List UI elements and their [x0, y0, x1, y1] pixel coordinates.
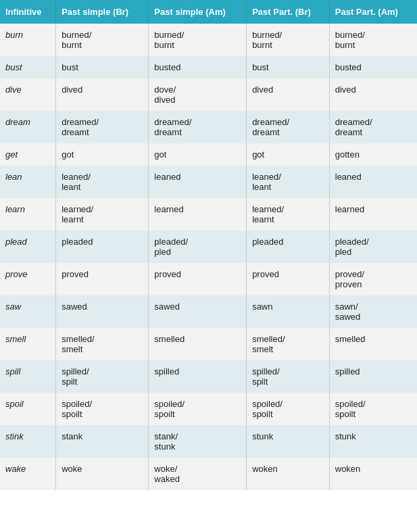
- table-cell-14-3: woken: [247, 458, 330, 490]
- table-row: spoilspoiled/ spoiltspoiled/ spoiltspoil…: [0, 393, 417, 425]
- table-cell-3-0: dream: [0, 111, 56, 143]
- table-cell-9-4: sawn/ sawed: [329, 295, 417, 328]
- table-row: bustbustbustedbustbusted: [0, 56, 417, 78]
- table-cell-4-3: got: [247, 143, 330, 166]
- table-cell-10-4: smelled: [329, 328, 417, 360]
- table-cell-6-3: learned/ learnt: [247, 198, 330, 231]
- table-cell-12-0: spoil: [0, 393, 56, 425]
- table-cell-9-2: sawed: [149, 295, 247, 328]
- table-cell-6-4: learned: [329, 198, 417, 231]
- table-row: spillspilled/ spiltspilledspilled/ spilt…: [0, 360, 417, 393]
- table-cell-13-2: stank/ stunk: [149, 425, 247, 458]
- table-cell-4-4: gotten: [329, 143, 417, 166]
- table-cell-14-4: woken: [329, 458, 417, 490]
- table-cell-1-3: bust: [247, 56, 330, 78]
- table-row: sawsawedsawedsawnsawn/ sawed: [0, 295, 417, 328]
- table-cell-11-0: spill: [0, 360, 56, 393]
- irregular-verbs-table: InfinitivePast simple (Br)Past simple (A…: [0, 0, 417, 490]
- table-cell-2-3: dived: [247, 78, 330, 111]
- table-cell-12-2: spoiled/ spoilt: [149, 393, 247, 425]
- table-cell-5-4: leaned: [329, 166, 417, 198]
- table-cell-11-4: spilled: [329, 360, 417, 393]
- table-cell-14-2: woke/ waked: [149, 458, 247, 490]
- table-cell-12-1: spoiled/ spoilt: [56, 393, 149, 425]
- table-cell-5-0: lean: [0, 166, 56, 198]
- table-cell-9-1: sawed: [56, 295, 149, 328]
- table-cell-9-3: sawn: [247, 295, 330, 328]
- table-row: leanleaned/ leantleanedleaned/ leantlean…: [0, 166, 417, 198]
- column-header-0: Infinitive: [0, 0, 56, 24]
- table-cell-1-4: busted: [329, 56, 417, 78]
- table-cell-14-1: woke: [56, 458, 149, 490]
- table-cell-11-2: spilled: [149, 360, 247, 393]
- table-cell-10-3: smelled/ smelt: [247, 328, 330, 360]
- column-header-1: Past simple (Br): [56, 0, 149, 24]
- table-cell-4-1: got: [56, 143, 149, 166]
- table-cell-12-4: spoiled/ spoilt: [329, 393, 417, 425]
- column-header-2: Past simple (Am): [149, 0, 247, 24]
- table-cell-2-2: dove/ dived: [149, 78, 247, 111]
- table-row: pleadpleadedpleaded/ pledpleadedpleaded/…: [0, 231, 417, 263]
- column-header-3: Past Part. (Br): [247, 0, 330, 24]
- table-cell-7-1: pleaded: [56, 231, 149, 263]
- table-cell-1-0: bust: [0, 56, 56, 78]
- table-cell-0-4: burned/ burnt: [329, 24, 417, 56]
- table-cell-8-3: proved: [247, 263, 330, 295]
- table-row: learnlearned/ learntlearnedlearned/ lear…: [0, 198, 417, 231]
- table-cell-12-3: spoiled/ spoilt: [247, 393, 330, 425]
- table-row: burnburned/ burntburned/ burntburned/ bu…: [0, 24, 417, 56]
- table-cell-13-3: stunk: [247, 425, 330, 458]
- table-cell-11-1: spilled/ spilt: [56, 360, 149, 393]
- table-cell-6-0: learn: [0, 198, 56, 231]
- table-row: proveprovedprovedprovedproved/ proven: [0, 263, 417, 295]
- table-header-row: InfinitivePast simple (Br)Past simple (A…: [0, 0, 417, 24]
- table-cell-3-2: dreamed/ dreamt: [149, 111, 247, 143]
- table-cell-10-2: smelled: [149, 328, 247, 360]
- table-cell-9-0: saw: [0, 295, 56, 328]
- table-row: smellsmelled/ smeltsmelledsmelled/ smelt…: [0, 328, 417, 360]
- table-row: divediveddove/ diveddiveddived: [0, 78, 417, 111]
- table-cell-7-4: pleaded/ pled: [329, 231, 417, 263]
- table-cell-0-0: burn: [0, 24, 56, 56]
- table-cell-1-1: bust: [56, 56, 149, 78]
- table-cell-0-3: burned/ burnt: [247, 24, 330, 56]
- table-cell-0-2: burned/ burnt: [149, 24, 247, 56]
- table-cell-3-1: dreamed/ dreamt: [56, 111, 149, 143]
- table-cell-7-2: pleaded/ pled: [149, 231, 247, 263]
- table-cell-11-3: spilled/ spilt: [247, 360, 330, 393]
- table-cell-7-3: pleaded: [247, 231, 330, 263]
- table-row: stinkstankstank/ stunkstunkstunk: [0, 425, 417, 458]
- table-cell-8-0: prove: [0, 263, 56, 295]
- table-cell-5-3: leaned/ leant: [247, 166, 330, 198]
- table-cell-8-4: proved/ proven: [329, 263, 417, 295]
- table-row: wakewokewoke/ wakedwokenwoken: [0, 458, 417, 490]
- column-header-4: Past Part. (Am): [329, 0, 417, 24]
- table-cell-10-0: smell: [0, 328, 56, 360]
- table-cell-7-0: plead: [0, 231, 56, 263]
- table-cell-4-2: got: [149, 143, 247, 166]
- table-cell-0-1: burned/ burnt: [56, 24, 149, 56]
- table-cell-13-1: stank: [56, 425, 149, 458]
- table-cell-1-2: busted: [149, 56, 247, 78]
- table-cell-5-2: leaned: [149, 166, 247, 198]
- table-row: getgotgotgotgotten: [0, 143, 417, 166]
- table-cell-8-1: proved: [56, 263, 149, 295]
- table-cell-8-2: proved: [149, 263, 247, 295]
- table-cell-6-1: learned/ learnt: [56, 198, 149, 231]
- table-row: dreamdreamed/ dreamtdreamed/ dreamtdream…: [0, 111, 417, 143]
- table-cell-2-4: dived: [329, 78, 417, 111]
- table-cell-13-4: stunk: [329, 425, 417, 458]
- table-cell-10-1: smelled/ smelt: [56, 328, 149, 360]
- table-cell-3-4: dreamed/ dreamt: [329, 111, 417, 143]
- table-cell-5-1: leaned/ leant: [56, 166, 149, 198]
- table-cell-2-0: dive: [0, 78, 56, 111]
- table-cell-6-2: learned: [149, 198, 247, 231]
- table-cell-4-0: get: [0, 143, 56, 166]
- table-cell-13-0: stink: [0, 425, 56, 458]
- table-body: burnburned/ burntburned/ burntburned/ bu…: [0, 24, 417, 490]
- table-cell-3-3: dreamed/ dreamt: [247, 111, 330, 143]
- table-cell-2-1: dived: [56, 78, 149, 111]
- table-cell-14-0: wake: [0, 458, 56, 490]
